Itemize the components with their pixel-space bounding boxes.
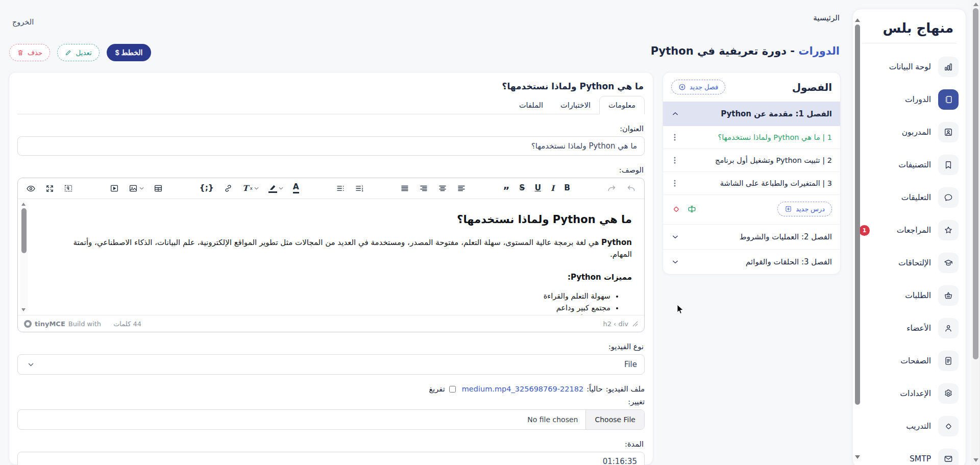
tab-info[interactable]: معلومات — [599, 96, 645, 114]
highlight-color-icon[interactable] — [268, 184, 283, 193]
editor-scrollbar-thumb[interactable] — [21, 208, 27, 253]
insert-table-icon[interactable] — [154, 184, 163, 193]
title-field-label: العنوان: — [18, 125, 644, 133]
breadcrumb-home[interactable]: الرئيسية — [813, 13, 840, 22]
sidebar-item-settings[interactable]: الإعدادات — [853, 377, 966, 410]
editor-content-area[interactable]: ما هي Python ولماذا نستخدمها؟ Python هي … — [18, 199, 644, 315]
preview-icon[interactable] — [26, 184, 36, 193]
rename-icon[interactable] — [687, 204, 697, 214]
duration-input[interactable] — [17, 452, 645, 465]
delete-button-label: حذف — [28, 48, 42, 57]
tab-files[interactable]: الملفات — [510, 96, 552, 114]
tinymce-brand[interactable]: tinyMCE — [35, 320, 65, 328]
resize-grip-icon[interactable] — [632, 321, 638, 327]
sidebar-item-categories[interactable]: التصنيفات — [853, 149, 966, 181]
page-title: الدورات - دورة تعريفية في Python — [651, 45, 840, 57]
page-scrollbar-thumb[interactable] — [973, 8, 978, 359]
align-left-icon[interactable] — [457, 184, 466, 193]
file-upload-input[interactable]: Choose File No file chosen — [17, 409, 645, 430]
plans-button[interactable]: الخطط $ — [107, 44, 152, 61]
insert-link-icon[interactable] — [224, 184, 233, 193]
chapter-3-header[interactable]: الفصل 3: الحلقات والقوائم — [663, 249, 840, 274]
sidebar-item-training[interactable]: التدريب — [853, 410, 966, 443]
sidebar-item-label: الدورات — [905, 95, 931, 104]
basket-icon — [938, 285, 959, 306]
description-field-label: الوصف: — [18, 166, 644, 174]
align-center-icon[interactable] — [438, 184, 447, 193]
current-file-link[interactable]: medium.mp4_325698769-22182 — [462, 385, 583, 393]
italic-icon[interactable]: I — [551, 184, 554, 192]
new-lesson-button[interactable]: درس جديد — [777, 202, 832, 216]
lesson-title-input[interactable] — [17, 136, 645, 156]
text-color-icon[interactable]: A — [293, 183, 299, 193]
delete-button[interactable]: حذف — [9, 44, 50, 61]
kebab-menu-icon[interactable] — [671, 133, 678, 141]
sidebar-item-members[interactable]: الأعضاء — [853, 312, 966, 345]
sidebar-scrollbar-thumb[interactable] — [855, 25, 860, 405]
sidebar-item-label: الطلبات — [905, 291, 931, 300]
tab-quizzes[interactable]: الاختبارات — [552, 96, 599, 114]
chevron-down-icon — [28, 363, 34, 366]
underline-icon[interactable]: U — [534, 184, 541, 192]
sidebar-item-label: المدربون — [902, 128, 931, 137]
editor-content-scrollbar[interactable] — [20, 201, 28, 313]
numbered-list-icon[interactable] — [355, 184, 364, 193]
bullet-list-icon[interactable] — [336, 184, 345, 193]
chevron-down-icon[interactable] — [671, 258, 679, 266]
sidebar-item-label: المراجعات — [897, 226, 931, 235]
sidebar-item-pages[interactable]: الصفحات — [853, 345, 966, 377]
lesson-item-1[interactable]: 1 | ما هي Python ولماذا نستخدمها؟ — [663, 126, 840, 149]
fullscreen-icon[interactable] — [45, 184, 54, 193]
sidebar-item-courses[interactable]: الدورات — [853, 83, 966, 116]
align-right-icon[interactable] — [419, 184, 428, 193]
blockquote-icon[interactable]: ” — [503, 184, 509, 192]
scroll-down-arrow-icon[interactable] — [21, 308, 26, 311]
kebab-menu-icon[interactable] — [671, 179, 678, 187]
strikethrough-icon[interactable]: S — [519, 184, 525, 192]
envelope-icon — [938, 449, 959, 465]
insert-image-icon[interactable] — [129, 184, 144, 193]
lesson-item-3[interactable]: 3 | المتغيرات والطباعة على الشاشة — [663, 172, 840, 195]
word-count[interactable]: 44 كلمات — [113, 320, 141, 328]
clear-formatting-icon[interactable]: Tx — [242, 184, 259, 192]
sidebar-item-dashboard[interactable]: لوحة البيانات — [853, 51, 966, 83]
logout-link[interactable]: الخروج — [12, 18, 34, 26]
sidebar-item-trainers[interactable]: المدربون — [853, 116, 966, 149]
clear-file-checkbox[interactable] — [449, 386, 456, 393]
bold-icon[interactable]: B — [564, 184, 570, 192]
choose-file-button[interactable]: Choose File — [585, 410, 644, 429]
course-name: - دورة تعريفية في Python — [651, 45, 799, 57]
visual-blocks-icon[interactable] — [64, 184, 73, 193]
courses-breadcrumb-link[interactable]: الدورات — [798, 45, 840, 57]
align-justify-icon[interactable] — [400, 184, 409, 193]
sidebar-item-label: التعليقات — [901, 193, 931, 202]
sidebar-scrollbar[interactable] — [854, 12, 861, 464]
chevron-up-icon[interactable] — [671, 110, 679, 118]
sidebar-item-enrollments[interactable]: الإلتحاقات — [853, 247, 966, 279]
edit-button[interactable]: تعديل — [57, 44, 99, 61]
code-sample-icon[interactable]: {;} — [200, 184, 214, 192]
page-scrollbar[interactable] — [971, 0, 980, 465]
sidebar-item-comments[interactable]: التعليقات — [853, 181, 966, 214]
sidebar-scroll-down-icon[interactable] — [855, 455, 860, 459]
scroll-up-arrow-icon[interactable] — [973, 3, 978, 6]
chapter-2-header[interactable]: الفصل 2: العمليات والشروط — [663, 224, 840, 249]
insert-media-icon[interactable] — [110, 184, 119, 193]
undo-icon[interactable] — [626, 184, 636, 193]
new-chapter-button[interactable]: فصل جديد — [671, 80, 725, 94]
element-path[interactable]: h2 ‹ div — [603, 320, 628, 328]
delete-chapter-eraser-icon[interactable] — [671, 204, 681, 214]
redo-icon[interactable] — [607, 184, 617, 193]
video-type-select[interactable]: File — [17, 354, 645, 375]
chapter-1-header[interactable]: الفصل 1: مقدمة عن Python — [663, 102, 840, 126]
sidebar-item-reviews[interactable]: المراجعات 1 — [853, 214, 966, 247]
scroll-up-arrow-icon[interactable] — [21, 203, 26, 206]
scroll-down-arrow-icon[interactable] — [973, 458, 978, 462]
chevron-down-icon[interactable] — [671, 233, 679, 241]
edit-button-label: تعديل — [76, 48, 91, 57]
sidebar-item-smtp[interactable]: SMTP — [853, 443, 966, 465]
sidebar-item-orders[interactable]: الطلبات — [853, 279, 966, 312]
kebab-menu-icon[interactable] — [671, 156, 678, 164]
lesson-item-2[interactable]: 2 | تثبيت Python وتشغيل أول برنامج — [663, 149, 840, 172]
sidebar-scroll-up-icon[interactable] — [855, 18, 860, 22]
